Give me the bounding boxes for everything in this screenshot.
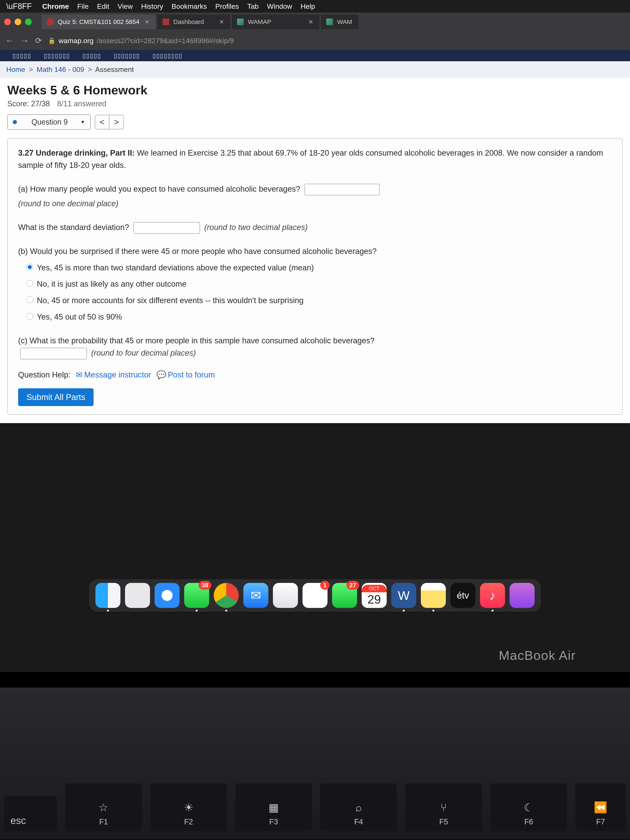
nav-item[interactable]: ▯▯▯▯▯ bbox=[13, 52, 31, 59]
score-value: Score: 27/38 bbox=[7, 99, 50, 108]
post-forum-link[interactable]: 💬Post to forum bbox=[156, 370, 215, 379]
key-f3: ▦F3 bbox=[235, 783, 312, 831]
tab-close-icon[interactable]: ✕ bbox=[144, 19, 150, 25]
next-question-button[interactable]: > bbox=[109, 115, 124, 129]
option-3-radio[interactable] bbox=[27, 297, 33, 303]
address-bar[interactable]: 🔒 wamap.org/assess2/?cid=28279&aid=14689… bbox=[48, 37, 234, 45]
question-card: 3.27 Underage drinking, Part II: We lear… bbox=[7, 138, 623, 415]
menubar-item-bookmarks[interactable]: Bookmarks bbox=[172, 2, 207, 10]
chevron-down-icon: ▼ bbox=[80, 119, 85, 125]
question-dropdown[interactable]: Question 9 ▼ bbox=[7, 114, 91, 130]
tab-title: WAM bbox=[337, 18, 352, 25]
dock-safari-icon[interactable] bbox=[155, 583, 180, 608]
browser-tab-dashboard[interactable]: Dashboard ✕ bbox=[157, 14, 230, 29]
part-c-input[interactable] bbox=[20, 348, 87, 359]
window-minimize-button[interactable] bbox=[14, 19, 21, 25]
part-c-hint: (round to four decimal places) bbox=[91, 349, 196, 357]
tab-close-icon[interactable]: ✕ bbox=[307, 19, 314, 25]
tab-favicon-icon bbox=[326, 19, 333, 25]
option-4-radio[interactable] bbox=[27, 313, 33, 320]
breadcrumb-course[interactable]: Math 146 - 009 bbox=[36, 65, 84, 73]
reload-button[interactable]: ⟳ bbox=[35, 36, 42, 45]
apple-icon[interactable]: \uF8FF bbox=[6, 2, 32, 11]
help-row: Question Help: ✉Message instructor 💬Post… bbox=[18, 369, 612, 381]
forward-button[interactable]: → bbox=[20, 36, 29, 46]
menubar-item-file[interactable]: File bbox=[77, 2, 89, 10]
option-3-label: No, 45 or more accounts for six differen… bbox=[37, 294, 303, 307]
key-f4: ⌕F4 bbox=[320, 783, 397, 831]
option-3[interactable]: No, 45 or more accounts for six differen… bbox=[27, 294, 612, 307]
traffic-lights bbox=[4, 19, 32, 25]
back-button[interactable]: ← bbox=[5, 36, 14, 46]
window-zoom-button[interactable] bbox=[25, 19, 32, 25]
nav-item[interactable]: ▯▯▯▯▯▯▯ bbox=[44, 52, 70, 59]
dock-notes-icon[interactable] bbox=[421, 583, 446, 608]
page-title: Weeks 5 & 6 Homework bbox=[7, 83, 623, 97]
tab-close-icon[interactable]: ✕ bbox=[218, 19, 225, 25]
key-esc: esc bbox=[4, 796, 57, 831]
breadcrumb-home[interactable]: Home bbox=[6, 65, 25, 73]
url-host: wamap.org bbox=[58, 37, 93, 45]
mail-icon: ✉ bbox=[76, 370, 82, 379]
messages-badge: 38 bbox=[199, 581, 211, 590]
option-1[interactable]: Yes, 45 is more than two standard deviat… bbox=[27, 262, 612, 274]
menubar-item-tab[interactable]: Tab bbox=[247, 2, 259, 10]
dock-app-icon[interactable] bbox=[273, 583, 298, 608]
nav-item[interactable]: ▯▯▯▯▯▯▯ bbox=[114, 52, 140, 59]
nav-item[interactable]: ▯▯▯▯▯▯▯▯ bbox=[153, 52, 183, 59]
option-2-label: No, it is just as likely as any other ou… bbox=[37, 278, 186, 290]
dock-finder-icon[interactable] bbox=[95, 583, 120, 608]
submit-button[interactable]: Submit All Parts bbox=[18, 388, 93, 406]
answered-count: 8/11 answered bbox=[57, 99, 106, 108]
option-2-radio[interactable] bbox=[27, 280, 33, 287]
browser-tab-quiz[interactable]: Quiz 5: CMST&101 002 5654 ✕ bbox=[42, 14, 156, 29]
menubar-app[interactable]: Chrome bbox=[42, 2, 69, 10]
menubar-item-view[interactable]: View bbox=[117, 2, 133, 10]
option-1-radio[interactable] bbox=[27, 264, 33, 270]
key-f5: ⑂F5 bbox=[405, 783, 482, 831]
dock-music-icon[interactable]: ♪ bbox=[480, 583, 505, 608]
url-path: /assess2/?cid=28279&aid=1468996#/skip/9 bbox=[97, 37, 234, 45]
macos-menubar: \uF8FF Chrome File Edit View History Boo… bbox=[0, 0, 630, 13]
dock-facetime-icon[interactable]: 27 bbox=[332, 583, 357, 608]
browser-tab-wamap[interactable]: WAMAP ✕ bbox=[232, 14, 319, 29]
part-c-text: (c) What is the probability that 45 or m… bbox=[18, 335, 612, 347]
score-line: Score: 27/38 8/11 answered bbox=[7, 99, 623, 108]
part-a-input[interactable] bbox=[305, 184, 380, 196]
dock-mail-icon[interactable]: ✉ bbox=[243, 583, 268, 608]
std-dev-row: What is the standard deviation? (round t… bbox=[18, 221, 612, 234]
menubar-item-help[interactable]: Help bbox=[300, 2, 315, 10]
browser-toolbar: ← → ⟳ 🔒 wamap.org/assess2/?cid=28279&aid… bbox=[0, 31, 630, 50]
dock-appletv-icon[interactable]: étv bbox=[450, 583, 475, 608]
photos-badge: 1 bbox=[320, 581, 330, 590]
option-4-label: Yes, 45 out of 50 is 90% bbox=[37, 311, 122, 323]
dock-calendar-icon[interactable]: OCT 29 bbox=[362, 583, 387, 608]
message-instructor-link[interactable]: ✉Message instructor bbox=[76, 370, 153, 379]
option-4[interactable]: Yes, 45 out of 50 is 90% bbox=[27, 311, 612, 323]
dock-word-icon[interactable]: W bbox=[391, 583, 416, 608]
menubar-item-profiles[interactable]: Profiles bbox=[215, 2, 239, 10]
window-close-button[interactable] bbox=[4, 19, 11, 25]
std-dev-input[interactable] bbox=[133, 222, 200, 234]
calendar-month: OCT bbox=[362, 585, 387, 592]
dock-podcasts-icon[interactable] bbox=[510, 583, 535, 608]
option-1-label: Yes, 45 is more than two standard deviat… bbox=[37, 262, 314, 274]
question-intro: 3.27 Underage drinking, Part II: We lear… bbox=[18, 147, 612, 172]
tab-title: Dashboard bbox=[173, 18, 204, 25]
menubar-item-window[interactable]: Window bbox=[267, 2, 292, 10]
prev-question-button[interactable]: < bbox=[95, 115, 109, 129]
browser-tab-wam[interactable]: WAM bbox=[321, 14, 358, 29]
dock-photos-icon[interactable]: 1 bbox=[303, 583, 327, 608]
tab-title: WAMAP bbox=[248, 18, 271, 25]
dock-launchpad-icon[interactable] bbox=[125, 583, 150, 608]
tab-favicon-icon bbox=[47, 19, 54, 25]
nav-item[interactable]: ▯▯▯▯▯ bbox=[82, 52, 101, 59]
menubar-item-history[interactable]: History bbox=[141, 2, 163, 10]
status-dot-icon bbox=[13, 120, 17, 124]
option-2[interactable]: No, it is just as likely as any other ou… bbox=[27, 278, 612, 290]
dock-chrome-icon[interactable] bbox=[214, 583, 239, 608]
key-f6: ☾F6 bbox=[490, 783, 567, 831]
menubar-item-edit[interactable]: Edit bbox=[97, 2, 109, 10]
tab-favicon-icon bbox=[237, 19, 244, 25]
dock-messages-icon[interactable]: 38 bbox=[184, 583, 209, 608]
